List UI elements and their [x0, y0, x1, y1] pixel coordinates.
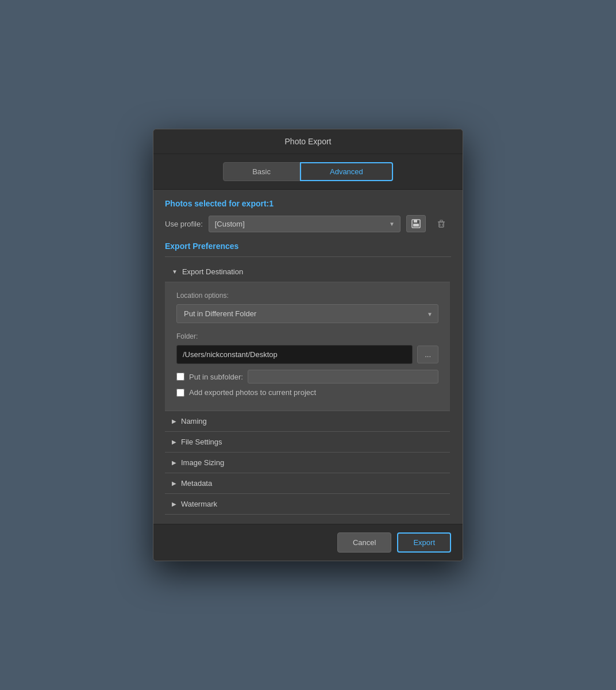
- add-to-project-label[interactable]: Add exported photos to current project: [189, 388, 316, 397]
- dialog-footer: Cancel Export: [153, 524, 463, 561]
- tab-basic[interactable]: Basic: [223, 162, 300, 181]
- add-to-project-row: Add exported photos to current project: [176, 388, 438, 397]
- dialog-title: Photo Export: [285, 137, 332, 146]
- tab-advanced[interactable]: Advanced: [300, 162, 393, 181]
- photo-export-dialog: Photo Export Basic Advanced Photos selec…: [153, 129, 463, 561]
- section-naming: ▶ Naming: [165, 411, 450, 432]
- folder-path-input[interactable]: [176, 345, 413, 364]
- add-to-project-checkbox[interactable]: [176, 389, 184, 397]
- section-naming-title: Naming: [181, 417, 207, 425]
- svg-rect-2: [413, 224, 419, 227]
- folder-row: ...: [176, 345, 438, 364]
- location-select[interactable]: Put in Different Folder: [176, 304, 438, 323]
- photos-selected-label: Photos selected for export:1: [165, 199, 451, 208]
- section-metadata: ▶ Metadata: [165, 473, 450, 494]
- section-export-destination-content: Location options: Put in Different Folde…: [165, 282, 450, 411]
- chevron-right-icon: ▶: [172, 459, 176, 466]
- svg-rect-3: [439, 222, 444, 227]
- section-watermark-title: Watermark: [181, 500, 217, 508]
- section-export-destination-header[interactable]: ▼ Export Destination: [165, 262, 450, 282]
- section-image-sizing-title: Image Sizing: [181, 458, 224, 467]
- svg-rect-5: [440, 220, 442, 222]
- export-preferences-label: Export Preferences: [165, 241, 451, 251]
- dialog-body: Photos selected for export:1 Use profile…: [153, 190, 463, 524]
- section-metadata-header[interactable]: ▶ Metadata: [165, 473, 450, 494]
- chevron-down-icon: ▼: [172, 269, 178, 275]
- section-watermark-header[interactable]: ▶ Watermark: [165, 494, 450, 515]
- dialog-titlebar: Photo Export: [153, 129, 463, 154]
- delete-profile-button[interactable]: [432, 215, 451, 232]
- profile-label: Use profile:: [165, 220, 203, 228]
- location-select-wrapper: Put in Different Folder ▼: [176, 304, 438, 323]
- chevron-right-icon: ▶: [172, 480, 176, 486]
- section-image-sizing: ▶ Image Sizing: [165, 453, 450, 473]
- chevron-right-icon: ▶: [172, 418, 176, 424]
- folder-label: Folder:: [176, 332, 438, 340]
- section-export-destination: ▼ Export Destination Location options: P…: [165, 262, 450, 411]
- section-export-destination-title: Export Destination: [182, 267, 243, 276]
- chevron-right-icon: ▶: [172, 439, 176, 445]
- subfolder-row: Put in subfolder:: [176, 370, 438, 384]
- divider-1: [165, 256, 451, 257]
- section-watermark: ▶ Watermark: [165, 494, 450, 515]
- section-naming-header[interactable]: ▶ Naming: [165, 411, 450, 432]
- cancel-button[interactable]: Cancel: [337, 532, 391, 553]
- section-image-sizing-header[interactable]: ▶ Image Sizing: [165, 453, 450, 473]
- save-profile-button[interactable]: [406, 215, 426, 232]
- svg-rect-1: [414, 220, 417, 223]
- export-button[interactable]: Export: [397, 532, 451, 553]
- profile-row: Use profile: [Custom] ▼: [165, 215, 451, 232]
- chevron-right-icon: ▶: [172, 501, 176, 507]
- section-file-settings-title: File Settings: [181, 438, 222, 446]
- section-file-settings-header[interactable]: ▶ File Settings: [165, 432, 450, 453]
- dialog-tabs: Basic Advanced: [153, 154, 463, 190]
- profile-select[interactable]: [Custom]: [209, 216, 401, 232]
- section-metadata-title: Metadata: [181, 479, 212, 488]
- scroll-area[interactable]: ▼ Export Destination Location options: P…: [165, 262, 451, 515]
- browse-button[interactable]: ...: [417, 346, 438, 363]
- put-in-subfolder-checkbox[interactable]: [176, 373, 184, 381]
- profile-select-wrapper: [Custom] ▼: [209, 216, 401, 232]
- subfolder-name-input[interactable]: [248, 370, 438, 384]
- section-file-settings: ▶ File Settings: [165, 432, 450, 453]
- subfolder-label[interactable]: Put in subfolder:: [189, 373, 243, 381]
- location-options-label: Location options:: [176, 292, 438, 300]
